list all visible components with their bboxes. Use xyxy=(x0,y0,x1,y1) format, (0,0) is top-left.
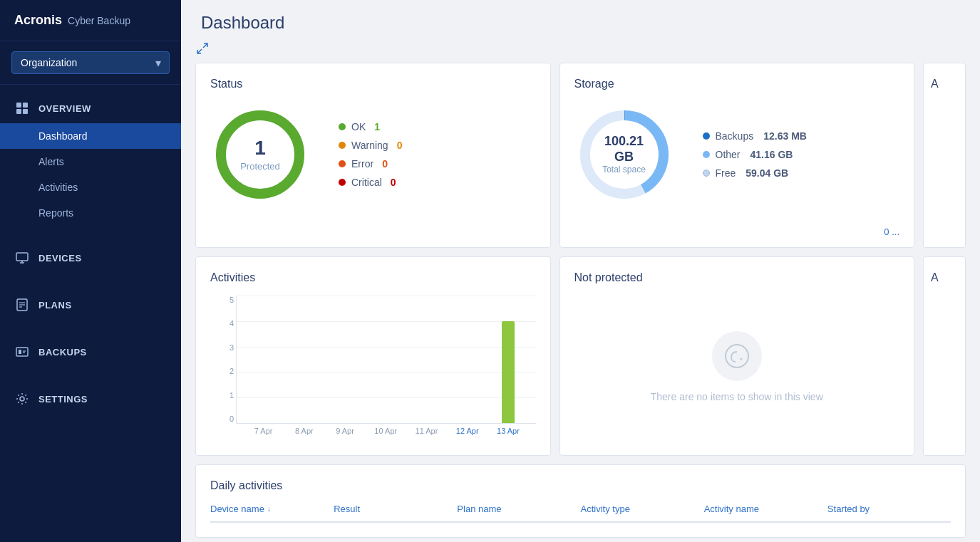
nav-group-settings[interactable]: SETTINGS xyxy=(0,384,181,414)
critical-label: Critical xyxy=(351,177,382,188)
warning-value: 0 xyxy=(397,140,403,151)
col-device-name[interactable]: Device name ↓ xyxy=(210,504,334,514)
nav-group-backups-label: BACKUPS xyxy=(38,347,87,358)
plans-icon xyxy=(14,297,30,313)
y-label-0: 0 xyxy=(217,415,234,423)
col-activity-name[interactable]: Activity name xyxy=(704,504,827,514)
nav-group-overview[interactable]: OVERVIEW xyxy=(0,93,181,123)
col-result-label: Result xyxy=(334,504,360,514)
table-header: Device name ↓ Result Plan name Activity … xyxy=(210,504,951,523)
partial-card-title: A xyxy=(931,78,958,90)
nav-group-settings-label: SETTINGS xyxy=(38,394,88,405)
backups-label: Backups xyxy=(716,130,754,142)
free-value: 59.04 GB xyxy=(746,167,788,179)
cards-row-2: Activities 5 4 3 2 1 0 xyxy=(195,256,966,456)
svg-line-16 xyxy=(197,49,202,53)
storage-donut-center: 100.21 GB Total space xyxy=(599,134,649,174)
nav-devices-section: DEVICES xyxy=(0,234,181,281)
org-selector-wrap[interactable]: Organization xyxy=(0,41,181,85)
y-label-1: 1 xyxy=(217,391,234,400)
status-legend: OK 1 Warning 0 Error 0 xyxy=(339,121,402,188)
backups-icon xyxy=(14,344,30,360)
nav-overview-section: OVERVIEW Dashboard Alerts Activities Rep… xyxy=(0,85,181,234)
storage-legend: Backups 12.63 MB Other 41.16 GB Free 59.… xyxy=(703,130,807,179)
col-activity-type[interactable]: Activity type xyxy=(581,504,704,514)
svg-rect-12 xyxy=(19,350,21,354)
x-label-13apr: 13 Apr xyxy=(488,427,528,435)
nav-group-plans-label: PLANS xyxy=(38,300,72,311)
brand-name: Acronis xyxy=(14,13,62,28)
bar-13apr xyxy=(488,296,528,423)
sidebar-item-reports[interactable]: Reports xyxy=(0,200,181,226)
cards-row-1: Status 1 Protected xyxy=(195,63,966,248)
status-card-body: 1 Protected OK 1 Warning 0 xyxy=(210,105,536,204)
nav-group-plans[interactable]: PLANS xyxy=(0,290,181,320)
y-label-3: 3 xyxy=(217,343,234,352)
svg-rect-1 xyxy=(23,103,28,108)
legend-item-ok: OK 1 xyxy=(339,121,402,132)
ok-dot xyxy=(339,123,346,130)
bar-8apr xyxy=(284,296,325,423)
col-plan-name-label: Plan name xyxy=(457,504,501,514)
y-label-2: 2 xyxy=(217,367,234,375)
storage-link[interactable]: 0 ... xyxy=(884,226,899,237)
storage-legend-backups: Backups 12.63 MB xyxy=(703,130,807,142)
org-select[interactable]: Organization xyxy=(11,51,170,74)
app-logo: Acronis Cyber Backup xyxy=(0,0,181,41)
svg-rect-4 xyxy=(16,253,28,261)
col-activity-name-label: Activity name xyxy=(704,504,759,514)
other-label: Other xyxy=(716,149,741,160)
y-label-4: 4 xyxy=(217,319,234,328)
partial-card: A xyxy=(923,63,966,248)
col-device-name-label: Device name xyxy=(210,504,264,514)
other-value: 41.16 GB xyxy=(751,149,793,160)
grid-icon xyxy=(14,100,30,116)
empty-message: There are no items to show in this view xyxy=(651,391,823,402)
y-axis-labels: 5 4 3 2 1 0 xyxy=(217,296,234,423)
expand-button[interactable] xyxy=(195,41,966,56)
nav-group-backups[interactable]: BACKUPS xyxy=(0,337,181,367)
x-label-11apr: 11 Apr xyxy=(406,427,447,435)
sidebar-item-alerts[interactable]: Alerts xyxy=(0,149,181,174)
sidebar-item-dashboard[interactable]: Dashboard xyxy=(0,123,181,149)
svg-point-24 xyxy=(740,358,742,360)
ok-label: OK xyxy=(351,121,366,132)
x-axis-labels: 7 Apr 8 Apr 9 Apr 10 Apr 11 Apr 12 Apr 1… xyxy=(236,424,536,435)
storage-total: 100.21 GB xyxy=(599,134,649,165)
nav-settings-section: SETTINGS xyxy=(0,375,181,422)
col-result[interactable]: Result xyxy=(334,504,457,514)
critical-dot xyxy=(339,179,346,186)
svg-point-15 xyxy=(20,397,24,401)
bar-value-13apr xyxy=(502,321,515,423)
partial-card-2-title: A xyxy=(931,271,958,284)
bar-11apr xyxy=(406,296,447,423)
daily-activities-card: Daily activities Device name ↓ Result Pl… xyxy=(195,464,966,538)
legend-item-warning: Warning 0 xyxy=(339,140,402,151)
not-protected-card: Not protected There are no items to show… xyxy=(559,256,915,456)
nav-group-devices[interactable]: DEVICES xyxy=(0,243,181,273)
status-card-title: Status xyxy=(210,78,536,90)
x-label-7apr: 7 Apr xyxy=(243,427,284,435)
svg-rect-2 xyxy=(16,109,21,114)
monitor-icon xyxy=(14,250,30,266)
status-donut-center: 1 Protected xyxy=(240,138,280,172)
warning-dot xyxy=(339,142,346,149)
free-label: Free xyxy=(716,167,736,179)
legend-item-error: Error 0 xyxy=(339,158,402,170)
col-started-by[interactable]: Started by xyxy=(827,504,951,514)
gear-icon xyxy=(14,391,30,407)
bar-12apr xyxy=(447,296,488,423)
storage-sublabel: Total space xyxy=(599,165,649,175)
nav-plans-section: PLANS xyxy=(0,281,181,328)
col-activity-type-label: Activity type xyxy=(581,504,630,514)
svg-rect-11 xyxy=(16,348,28,356)
other-dot xyxy=(703,151,710,158)
status-label: Protected xyxy=(240,161,280,172)
bar-7apr xyxy=(244,296,284,423)
y-label-5: 5 xyxy=(217,296,234,304)
sidebar-item-activities[interactable]: Activities xyxy=(0,174,181,200)
storage-legend-free: Free 59.04 GB xyxy=(703,167,807,179)
col-plan-name[interactable]: Plan name xyxy=(457,504,580,514)
nav-group-overview-label: OVERVIEW xyxy=(38,103,91,114)
storage-card: Storage 100.21 GB Total xyxy=(559,63,915,248)
